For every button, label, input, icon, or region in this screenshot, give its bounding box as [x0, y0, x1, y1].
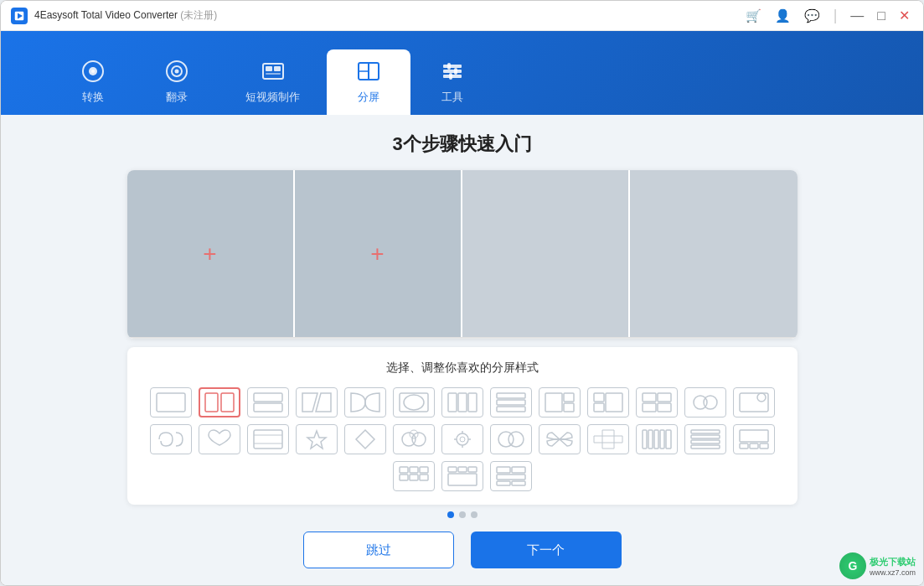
svg-rect-39 — [545, 393, 562, 412]
record-icon — [165, 60, 188, 86]
svg-rect-78 — [740, 430, 768, 442]
template-3x3[interactable] — [393, 461, 435, 491]
template-gear[interactable] — [441, 424, 483, 454]
svg-point-50 — [704, 396, 717, 409]
svg-rect-94 — [497, 475, 525, 480]
nav-item-convert[interactable]: 转换 — [51, 49, 135, 115]
svg-marker-57 — [356, 430, 374, 449]
svg-point-52 — [757, 393, 766, 402]
template-diamond[interactable] — [344, 424, 386, 454]
template-rings[interactable] — [393, 424, 435, 454]
watermark-logo: G — [839, 552, 866, 579]
svg-marker-29 — [302, 393, 317, 412]
preview-area: + + — [127, 170, 798, 338]
svg-rect-83 — [410, 467, 418, 473]
svg-rect-36 — [497, 393, 525, 398]
timeline-bar: 模板 ▶ ⏭ 00:00:00.00/00:00:01.00 🔊 — [127, 338, 798, 339]
svg-rect-19 — [454, 68, 457, 75]
nav-item-splitscreen[interactable]: 分屏 — [327, 49, 410, 115]
convert-icon — [81, 60, 105, 86]
template-main-right[interactable] — [587, 387, 629, 417]
template-double-circle[interactable] — [490, 424, 532, 454]
svg-rect-41 — [564, 403, 574, 412]
template-grid — [144, 387, 781, 491]
svg-rect-86 — [410, 475, 418, 480]
preview-cell-2[interactable]: + — [295, 170, 462, 337]
svg-rect-82 — [400, 467, 408, 473]
app-window: 4Easysoft Total Video Converter (未注册) 🛒 … — [0, 0, 924, 586]
template-cross[interactable] — [587, 424, 629, 454]
template-h3[interactable] — [490, 387, 532, 417]
nav-item-shortvideo[interactable]: 短视频制作 — [219, 49, 327, 115]
svg-rect-93 — [512, 467, 525, 473]
svg-rect-92 — [497, 467, 510, 473]
svg-rect-8 — [263, 64, 283, 79]
template-2x1[interactable] — [247, 387, 289, 417]
svg-rect-79 — [740, 443, 748, 449]
template-circle-inset[interactable] — [733, 387, 775, 417]
svg-point-62 — [460, 437, 465, 442]
svg-rect-24 — [157, 393, 185, 412]
svg-point-31 — [404, 395, 424, 410]
template-h4[interactable] — [684, 424, 726, 454]
template-skew[interactable] — [296, 387, 338, 417]
shortvideo-icon — [261, 60, 285, 86]
svg-rect-87 — [420, 475, 428, 480]
template-mixed[interactable] — [490, 461, 532, 491]
template-panel: 选择、调整你喜欢的分屏样式 — [127, 347, 798, 505]
template-circle[interactable] — [684, 387, 726, 417]
template-windmill[interactable] — [539, 424, 581, 454]
template-v5[interactable] — [636, 424, 678, 454]
maximize-button[interactable]: □ — [874, 8, 889, 23]
template-arc[interactable] — [344, 387, 386, 417]
svg-rect-70 — [648, 430, 653, 449]
svg-rect-11 — [266, 73, 281, 75]
next-button[interactable]: 下一个 — [471, 532, 622, 568]
cart-icon[interactable]: 🛒 — [742, 8, 765, 23]
svg-rect-96 — [512, 481, 525, 485]
window-controls: 🛒 👤 💬 | — □ ✕ — [742, 7, 913, 24]
svg-rect-75 — [691, 435, 720, 438]
dot-3[interactable] — [471, 511, 477, 518]
nav-item-tools[interactable]: 工具 — [410, 49, 494, 115]
template-main-bottom[interactable] — [441, 461, 483, 491]
svg-rect-45 — [643, 393, 656, 402]
shortvideo-label: 短视频制作 — [245, 90, 300, 105]
svg-rect-20 — [449, 73, 452, 80]
svg-rect-28 — [254, 403, 282, 412]
svg-point-7 — [175, 70, 179, 74]
template-heart[interactable] — [199, 424, 240, 454]
svg-rect-51 — [740, 393, 768, 412]
svg-rect-77 — [691, 445, 720, 449]
template-1x1[interactable] — [150, 387, 192, 417]
svg-rect-43 — [594, 403, 604, 412]
user-icon[interactable]: 👤 — [772, 8, 794, 23]
minimize-button[interactable]: — — [847, 8, 867, 23]
chat-icon[interactable]: 💬 — [801, 8, 823, 23]
svg-point-61 — [457, 433, 468, 445]
dot-1[interactable] — [447, 511, 454, 518]
template-main-left[interactable] — [539, 387, 581, 417]
svg-rect-84 — [420, 467, 428, 473]
template-oval[interactable] — [393, 387, 435, 417]
watermark-text-block: 极光下载站 www.xz7.com — [870, 556, 916, 577]
svg-rect-48 — [658, 403, 671, 412]
splitscreen-icon — [357, 60, 380, 86]
template-main-top[interactable] — [733, 424, 775, 454]
template-strip[interactable] — [247, 424, 289, 454]
nav-item-record[interactable]: 翻录 — [135, 49, 219, 115]
svg-rect-74 — [691, 430, 720, 433]
svg-rect-26 — [221, 393, 234, 412]
preview-cell-4 — [630, 170, 798, 337]
template-1x2[interactable] — [199, 387, 240, 417]
dot-2[interactable] — [459, 511, 466, 518]
svg-rect-53 — [254, 430, 282, 449]
close-button[interactable]: ✕ — [896, 8, 913, 23]
skip-button[interactable]: 跳过 — [303, 532, 454, 568]
svg-rect-47 — [643, 403, 656, 412]
template-4grid[interactable] — [636, 387, 678, 417]
template-star[interactable] — [296, 424, 338, 454]
template-v3[interactable] — [441, 387, 483, 417]
template-spiral[interactable] — [150, 424, 192, 454]
preview-cell-1[interactable]: + — [127, 170, 295, 337]
